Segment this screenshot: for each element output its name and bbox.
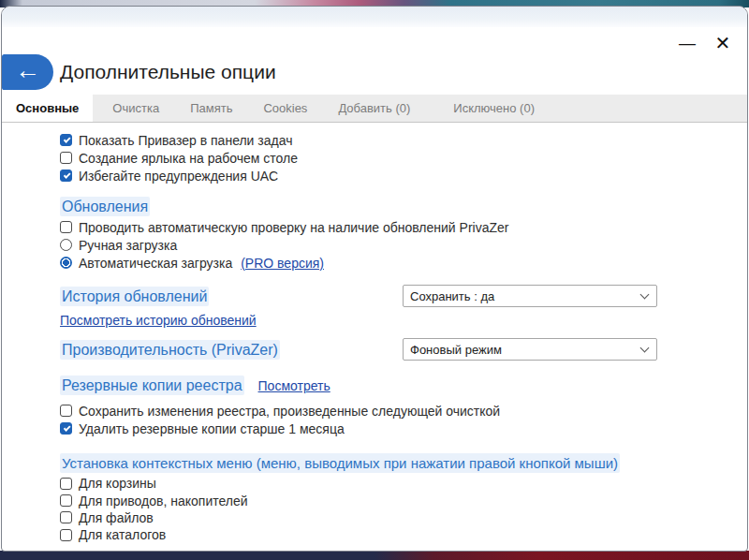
checkbox-folders[interactable]: Для каталогов (60, 526, 747, 543)
radio-auto-download[interactable]: Автоматическая загрузка (PRO версия) (60, 254, 747, 272)
checkbox-auto-check-updates[interactable]: Проводить автоматическую проверку на нал… (60, 218, 747, 236)
checkbox-icon (60, 152, 72, 164)
checkbox-label: Создание ярлыка на рабочем столе (79, 151, 298, 166)
checkbox-drives[interactable]: Для приводов, накопителей (60, 492, 747, 508)
checkbox-icon (60, 134, 72, 146)
checkbox-save-registry-changes[interactable]: Сохранить изменения реестра, произведенн… (60, 402, 747, 420)
history-save-select[interactable]: Сохранить : да (403, 285, 657, 307)
tab-memory[interactable]: Память (179, 95, 243, 122)
screen: — ✕ ← Дополнительные опции Основные Очис… (0, 0, 749, 560)
section-title-performance: Производительность (PrivaZer) (60, 340, 280, 360)
checkbox-desktop-shortcut[interactable]: Создание ярлыка на рабочем столе (60, 149, 747, 167)
main-content: Показать Привазер в панели задач Создани… (2, 123, 747, 544)
radio-label: Автоматическая загрузка (79, 256, 232, 271)
background-window-strip-bottom (0, 551, 749, 560)
checkbox-label: Проводить автоматическую проверку на нал… (79, 220, 508, 235)
select-value: Сохранить : да (410, 289, 494, 303)
checkbox-icon (60, 221, 72, 233)
pro-version-link[interactable]: (PRO версия) (241, 256, 324, 271)
advanced-options-dialog: — ✕ ← Дополнительные опции Основные Очис… (1, 6, 748, 552)
checkbox-recycle-bin[interactable]: Для корзины (60, 475, 747, 492)
chevron-down-icon (640, 343, 650, 352)
checkbox-icon (60, 529, 72, 541)
checkbox-files[interactable]: Для файлов (60, 509, 747, 526)
checkbox-label: Сохранить изменения реестра, произведенн… (79, 404, 500, 419)
checkbox-label: Показать Привазер в панели задач (79, 133, 292, 148)
checkbox-icon (60, 169, 72, 182)
checkbox-label: Для файлов (79, 510, 154, 525)
page-title: Дополнительные опции (60, 61, 276, 83)
checkbox-delete-old-backups[interactable]: Удалить резервные копии старше 1 месяца (60, 420, 747, 437)
checkbox-icon (60, 478, 72, 490)
tab-cleaning[interactable]: Очистка (101, 95, 170, 122)
back-arrow-icon: ← (15, 58, 40, 83)
checkbox-label: Для приводов, накопителей (79, 494, 248, 508)
checkbox-show-in-taskbar[interactable]: Показать Привазер в панели задач (60, 131, 747, 149)
checkbox-label: Избегайте предупреждения UAC (79, 169, 278, 184)
section-title-context-menus: Установка контекстных меню (меню, выводи… (60, 453, 620, 473)
performance-mode-select[interactable]: Фоновый режим (403, 338, 657, 361)
radio-icon (60, 257, 72, 269)
checkbox-icon (60, 405, 72, 417)
view-update-history-link[interactable]: Посмотреть историю обновений (60, 313, 257, 328)
radio-label: Ручная загрузка (79, 238, 177, 253)
tab-excluded[interactable]: Исключено (0) (442, 95, 546, 122)
checkbox-label: Удалить резервные копии старше 1 месяца (79, 421, 345, 436)
chevron-down-icon (640, 289, 650, 299)
checkbox-icon (60, 422, 72, 435)
radio-manual-download[interactable]: Ручная загрузка (60, 236, 747, 254)
select-value: Фоновый режим (410, 343, 502, 357)
checkbox-icon (60, 511, 72, 523)
checkbox-label: Для корзины (79, 476, 156, 491)
checkbox-avoid-uac[interactable]: Избегайте предупреждения UAC (60, 167, 747, 184)
checkbox-icon (60, 494, 72, 507)
tab-main[interactable]: Основные (2, 95, 93, 122)
section-title-registry-backups: Резервные копии реестра (60, 376, 244, 395)
section-title-update-history: История обновлений (60, 287, 209, 306)
tab-cookies[interactable]: Cookies (252, 95, 318, 122)
radio-icon (60, 239, 72, 251)
dialog-title-band (2, 7, 747, 27)
tab-add[interactable]: Добавить (0) (327, 95, 421, 122)
dialog-header: ← Дополнительные опции (2, 27, 747, 95)
tab-bar: Основные Очистка Память Cookies Добавить… (2, 95, 747, 123)
view-backups-link[interactable]: Посмотреть (258, 378, 330, 393)
checkbox-label: Для каталогов (79, 527, 166, 542)
back-button[interactable]: ← (2, 54, 53, 90)
section-title-updates: Обновления (60, 197, 150, 216)
